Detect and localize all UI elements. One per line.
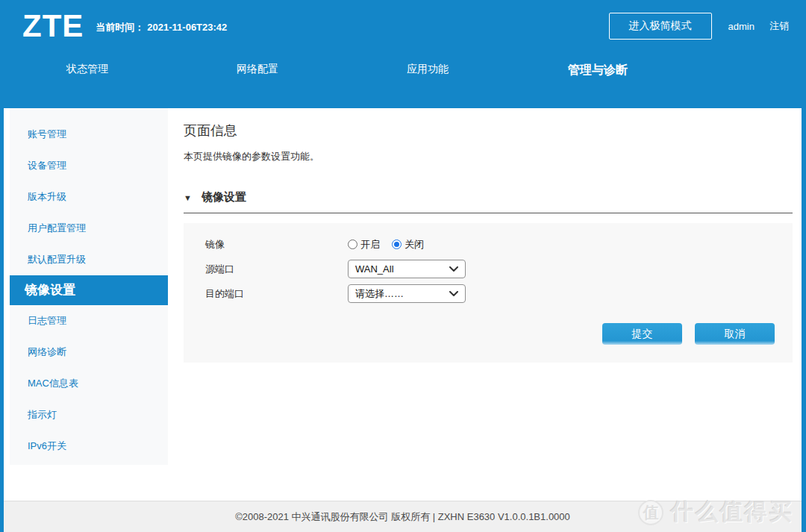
source-port-selected-value: WAN_All [355, 263, 394, 275]
sidebar-item-default-config-upgrade[interactable]: 默认配置升级 [10, 244, 168, 275]
source-port-select[interactable]: WAN_All [348, 260, 466, 278]
page-title: 页面信息 [184, 122, 793, 140]
sidebar-item-network-diagnostics[interactable]: 网络诊断 [10, 337, 168, 368]
sidebar-item-version-upgrade[interactable]: 版本升级 [10, 181, 168, 213]
dest-port-label: 目的端口 [205, 287, 348, 301]
current-time-label: 当前时间： [96, 22, 144, 33]
main-nav: 状态管理 网络配置 应用功能 管理与诊断 [2, 58, 806, 83]
source-port-label: 源端口 [205, 263, 348, 276]
mirror-settings-form: 镜像 开启 关闭 源端口 WAN_All [184, 223, 793, 363]
mirror-toggle-row: 镜像 开启 关闭 [205, 232, 775, 257]
dest-port-selected-value: 请选择…… [355, 287, 404, 301]
source-port-row: 源端口 WAN_All [205, 257, 775, 281]
current-time-value: 2021-11-06T23:42 [147, 22, 227, 33]
nav-tab-management-diagnostics[interactable]: 管理与诊断 [513, 58, 683, 83]
enter-simple-mode-button[interactable]: 进入极简模式 [609, 13, 712, 40]
page-description: 本页提供镜像的参数设置功能。 [184, 150, 793, 163]
chevron-down-icon [449, 291, 458, 297]
zte-logo: ZTE [22, 10, 84, 42]
dest-port-row: 目的端口 请选择…… [205, 281, 775, 306]
radio-mirror-on-label[interactable]: 开启 [360, 238, 380, 251]
radio-mirror-on[interactable] [348, 240, 357, 249]
mirror-radio-group: 开启 关闭 [348, 238, 424, 251]
section-divider [184, 213, 793, 213]
sidebar: 账号管理 设备管理 版本升级 用户配置管理 默认配置升级 镜像设置 日志管理 网… [4, 108, 168, 501]
sidebar-item-log-management[interactable]: 日志管理 [10, 305, 168, 337]
form-buttons: 提交 取消 [205, 323, 775, 345]
sidebar-panel: 账号管理 设备管理 版本升级 用户配置管理 默认配置升级 镜像设置 日志管理 网… [10, 108, 168, 465]
nav-tab-applications[interactable]: 应用功能 [343, 58, 513, 83]
main-content: 页面信息 本页提供镜像的参数设置功能。 ▼ 镜像设置 镜像 开启 [168, 108, 802, 501]
current-time: 当前时间：2021-11-06T23:42 [96, 21, 227, 34]
sidebar-item-account-management[interactable]: 账号管理 [10, 119, 168, 150]
chevron-down-icon [449, 266, 458, 272]
nav-tab-network-config[interactable]: 网络配置 [172, 58, 343, 83]
sidebar-item-device-management[interactable]: 设备管理 [10, 150, 168, 181]
header: ZTE 当前时间：2021-11-06T23:42 进入极简模式 admin 注… [0, 0, 806, 48]
top-banner: ZTE 当前时间：2021-11-06T23:42 进入极简模式 admin 注… [0, 0, 806, 108]
mirror-label: 镜像 [205, 238, 348, 251]
copyright-version-text: ©2008-2021 中兴通讯股份有限公司 版权所有 | ZXHN E3630 … [235, 510, 570, 524]
logged-in-username: admin [728, 21, 755, 32]
sidebar-item-indicator-light[interactable]: 指示灯 [10, 399, 168, 431]
mirror-settings-section-header[interactable]: ▼ 镜像设置 [184, 190, 793, 204]
collapse-triangle-icon: ▼ [184, 193, 192, 202]
logout-link[interactable]: 注销 [769, 19, 789, 33]
radio-mirror-off-label[interactable]: 关闭 [404, 238, 424, 251]
sidebar-item-mac-info-table[interactable]: MAC信息表 [10, 368, 168, 399]
sidebar-item-user-config-management[interactable]: 用户配置管理 [10, 213, 168, 244]
cancel-button[interactable]: 取消 [695, 323, 775, 345]
radio-mirror-off[interactable] [392, 240, 402, 249]
page-body: 账号管理 设备管理 版本升级 用户配置管理 默认配置升级 镜像设置 日志管理 网… [0, 108, 806, 532]
dest-port-select[interactable]: 请选择…… [348, 284, 466, 303]
footer: ©2008-2021 中兴通讯股份有限公司 版权所有 | ZXHN E3630 … [4, 501, 802, 532]
sidebar-item-mirror-settings[interactable]: 镜像设置 [10, 275, 168, 305]
zte-router-admin-page: ZTE 当前时间：2021-11-06T23:42 进入极简模式 admin 注… [0, 0, 806, 532]
submit-button[interactable]: 提交 [602, 323, 682, 345]
section-title: 镜像设置 [202, 190, 246, 204]
nav-tab-status[interactable]: 状态管理 [2, 58, 172, 83]
sidebar-item-ipv6-switch[interactable]: IPv6开关 [10, 431, 168, 462]
